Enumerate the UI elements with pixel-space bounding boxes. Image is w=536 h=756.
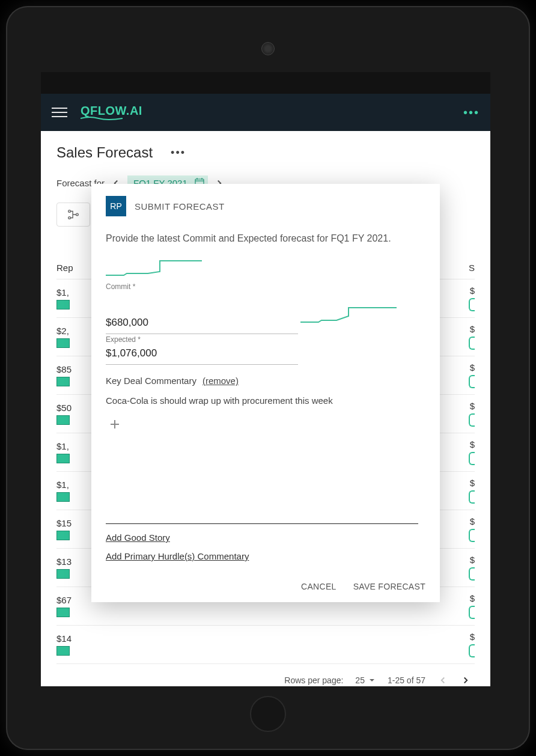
app-bar: QFLOW.AI ••• [41, 94, 490, 131]
row-bracket-icon [469, 606, 475, 619]
row-right-text: $ [470, 555, 475, 565]
row-amount: $15 [56, 518, 72, 528]
svg-point-4 [69, 210, 71, 213]
row-bracket-icon [469, 490, 475, 504]
key-deal-commentary-label: Key Deal Commentary [106, 376, 196, 386]
add-commentary-button[interactable] [106, 415, 124, 433]
row-amount: $1, [56, 287, 70, 297]
tablet-frame: QFLOW.AI ••• Sales Forecast ••• Forecast… [6, 6, 530, 750]
table-header-right: S [469, 263, 475, 273]
screen: QFLOW.AI ••• Sales Forecast ••• Forecast… [41, 72, 490, 686]
save-forecast-button[interactable]: SAVE FORECAST [353, 582, 425, 591]
row-bracket-icon [469, 375, 475, 388]
row-chip [56, 646, 70, 656]
page-next-button[interactable] [460, 675, 471, 686]
row-right-text: $ [470, 401, 475, 411]
row-chip [56, 454, 70, 463]
row-right-text: $ [470, 478, 475, 488]
row-chip [56, 377, 70, 386]
rows-per-page-value: 25 [355, 675, 365, 685]
remove-commentary-link[interactable]: (remove) [203, 376, 239, 386]
row-amount: $67 [56, 595, 72, 605]
app-logo: QFLOW.AI [81, 104, 142, 121]
add-good-story-link[interactable]: Add Good Story [106, 532, 170, 543]
page-more-button[interactable]: ••• [171, 147, 186, 159]
row-chip [56, 569, 70, 579]
svg-point-5 [69, 217, 71, 219]
row-chip [56, 338, 70, 348]
row-bracket-icon [469, 298, 475, 311]
row-bracket-icon [469, 452, 475, 465]
row-right-text: $ [470, 516, 475, 526]
page-content: Sales Forecast ••• Forecast for FQ1 FY 2… [41, 131, 490, 686]
toolbar-button[interactable] [56, 203, 90, 227]
commit-sparkline [106, 255, 202, 279]
row-amount: $85 [56, 364, 72, 374]
row-chip [56, 300, 70, 309]
expected-sparkline [300, 302, 397, 326]
row-chip [56, 492, 70, 502]
expected-label: Expected * [106, 335, 425, 344]
rows-per-page-select[interactable]: 25 [355, 675, 376, 685]
page-title: Sales Forecast [56, 144, 153, 161]
row-amount: $2, [56, 326, 70, 336]
pagination-range: 1-25 of 57 [388, 675, 425, 685]
caret-down-icon [368, 677, 376, 684]
row-right-text: $ [470, 362, 475, 373]
row-bracket-icon [469, 567, 475, 581]
menu-icon[interactable] [52, 108, 67, 117]
row-bracket-icon [469, 413, 475, 427]
appbar-more-button[interactable]: ••• [463, 106, 480, 120]
commit-input[interactable] [106, 313, 298, 334]
row-bracket-icon [469, 337, 475, 350]
row-right-text: $ [470, 439, 475, 450]
row-amount: $1, [56, 480, 70, 490]
plus-icon [109, 419, 120, 430]
device-camera [261, 42, 275, 55]
row-bracket-icon [469, 529, 475, 542]
modal-title: SUBMIT FORECAST [135, 201, 225, 212]
table-header-left: Rep [56, 263, 73, 273]
submit-forecast-modal: RP SUBMIT FORECAST Provide the latest Co… [91, 184, 440, 602]
svg-point-6 [76, 213, 79, 216]
row-amount: $13 [56, 556, 72, 567]
rows-per-page-label: Rows per page: [284, 675, 343, 685]
row-right-text: $ [470, 632, 475, 642]
table-row[interactable]: $14$ [56, 626, 475, 664]
row-chip [56, 531, 70, 540]
modal-description: Provide the latest Commit and Expected f… [106, 233, 425, 244]
row-chip [56, 608, 70, 617]
commentary-text: Coca-Cola is should wrap up with procure… [106, 395, 425, 406]
avatar: RP [106, 196, 126, 216]
row-right-text: $ [470, 324, 475, 334]
expected-input[interactable] [106, 344, 298, 365]
add-hurdle-link[interactable]: Add Primary Hurdle(s) Commentary [106, 551, 249, 561]
home-button[interactable] [250, 696, 286, 732]
page-prev-button[interactable] [437, 675, 448, 686]
row-right-text: $ [470, 593, 475, 603]
row-chip [56, 415, 70, 425]
row-right-text: $ [470, 285, 475, 296]
divider [106, 523, 418, 524]
cancel-button[interactable]: CANCEL [301, 582, 337, 591]
commit-label: Commit * [106, 282, 425, 291]
hierarchy-icon [67, 208, 80, 221]
row-amount: $14 [56, 633, 72, 644]
row-amount: $1, [56, 441, 70, 451]
row-amount: $50 [56, 403, 72, 413]
app-logo-text: QFLOW.AI [81, 104, 142, 117]
row-bracket-icon [469, 644, 475, 657]
device-statusbar [41, 72, 490, 94]
